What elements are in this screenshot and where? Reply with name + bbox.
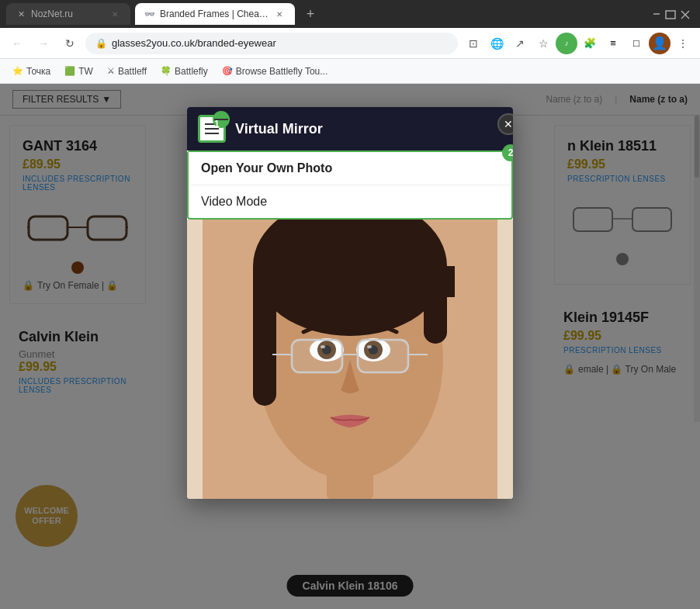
window-buttons <box>647 9 694 19</box>
step-2-number: 2 <box>508 147 513 158</box>
tab-noznet[interactable]: ✕ NozNet.ru ✕ <box>6 3 130 25</box>
lock-icon: 🔒 <box>95 38 107 49</box>
address-text: glasses2you.co.uk/branded-eyewear <box>112 37 448 49</box>
bookmark-tw[interactable]: 🟩 TW <box>60 64 98 78</box>
step-1-number: 1 <box>214 119 228 120</box>
svg-rect-26 <box>292 340 342 372</box>
bookmark-battlefly[interactable]: 🍀 Battlefly <box>156 64 213 78</box>
svg-rect-16 <box>253 266 276 406</box>
playlist-button[interactable]: ≡ <box>602 33 624 54</box>
modal-overlay: ✕ 1 <box>0 84 700 609</box>
step-1-badge: 1 <box>213 111 230 128</box>
tab-glasses[interactable]: 👓 Branded Frames | Cheap Glasses... ✕ <box>135 3 295 25</box>
open-photo-option[interactable]: Open Your Own Photo <box>189 152 511 185</box>
vm-dropdown: Open Your Own Photo 2 Video Mode <box>187 151 513 220</box>
extensions-area: ⊡ 🌐 ↗ ☆ ♪ 🧩 ≡ □ 👤 ⋮ <box>463 33 694 54</box>
battlefly-label: Battlefly <box>175 66 208 77</box>
cast-button[interactable]: ⊡ <box>463 33 484 54</box>
forward-button[interactable]: → <box>33 33 54 54</box>
title-bar: ✕ NozNet.ru ✕ 👓 Branded Frames | Cheap G… <box>0 0 700 28</box>
svg-rect-31 <box>327 468 373 499</box>
puzzle-button[interactable]: 🧩 <box>579 33 601 54</box>
translate-button[interactable]: 🌐 <box>486 33 508 54</box>
tab-noznet-label: NozNet.ru <box>31 9 104 19</box>
glasses-favicon: 👓 <box>144 9 155 19</box>
battleff-label: Battleff <box>118 66 147 77</box>
vm-header: 1 Virtual Mirror <box>187 107 513 151</box>
video-mode-label: Video Mode <box>201 195 267 208</box>
virtual-mirror-modal: ✕ 1 <box>187 107 513 499</box>
music-ext-button[interactable]: ♪ <box>556 33 577 54</box>
open-photo-label: Open Your Own Photo <box>201 161 332 175</box>
menu-button[interactable]: ⋮ <box>672 33 694 54</box>
svg-rect-1 <box>666 11 675 19</box>
noznet-favicon: ✕ <box>16 9 26 19</box>
battlefly-icon: 🍀 <box>161 66 172 76</box>
browse-icon: 🎯 <box>222 66 233 76</box>
svg-rect-27 <box>358 340 408 372</box>
bookmark-battleff[interactable]: ⚔ Battleff <box>102 64 151 78</box>
tochka-label: Точка <box>26 66 50 77</box>
vm-title: Virtual Mirror <box>235 121 323 137</box>
nav-bar: ← → ↻ 🔒 glasses2you.co.uk/branded-eyewea… <box>0 28 700 59</box>
modal-close-button[interactable]: ✕ <box>497 113 513 135</box>
browser-window: ✕ NozNet.ru ✕ 👓 Branded Frames | Cheap G… <box>0 0 700 609</box>
svg-rect-17 <box>424 266 447 344</box>
window-controls <box>647 9 694 19</box>
page-content: FILTER RESULTS ▼ Name (z to a) | Name (z… <box>0 84 700 609</box>
close-icon: ✕ <box>504 118 513 130</box>
tab-glasses-close[interactable]: ✕ <box>273 8 286 20</box>
face-svg <box>203 220 497 499</box>
battleff-icon: ⚔ <box>107 66 115 76</box>
tab-glasses-label: Branded Frames | Cheap Glasses... <box>160 9 269 19</box>
browse-label: Browse Battlefly Tou... <box>236 66 328 77</box>
profile-avatar[interactable]: 👤 <box>649 33 671 54</box>
bookmarks-bar: ⭐ Точка 🟩 TW ⚔ Battleff 🍀 Battlefly 🎯 Br… <box>0 59 700 84</box>
media-button[interactable]: □ <box>625 33 647 54</box>
reload-button[interactable]: ↻ <box>59 33 81 54</box>
bookmark-button[interactable]: ☆ <box>532 33 554 54</box>
back-button[interactable]: ← <box>6 33 28 54</box>
website: FILTER RESULTS ▼ Name (z to a) | Name (z… <box>0 84 700 609</box>
menu-btn-wrapper: 1 <box>198 115 226 143</box>
address-bar[interactable]: 🔒 glasses2you.co.uk/branded-eyewear <box>85 33 458 54</box>
vm-face-area <box>187 220 513 499</box>
bookmark-tochka[interactable]: ⭐ Точка <box>8 64 55 78</box>
step2-container: Open Your Own Photo 2 <box>189 152 511 185</box>
share-button[interactable]: ↗ <box>509 33 531 54</box>
tw-label: TW <box>78 66 93 77</box>
tochka-icon: ⭐ <box>12 66 23 76</box>
hamburger-line-3 <box>205 133 219 134</box>
bookmark-browse[interactable]: 🎯 Browse Battlefly Tou... <box>217 64 333 78</box>
vm-menu-button[interactable]: 1 <box>198 115 226 143</box>
tab-noznet-close[interactable]: ✕ <box>109 8 121 20</box>
tw-icon: 🟩 <box>64 66 75 76</box>
new-tab-button[interactable]: + <box>300 3 321 25</box>
video-mode-option[interactable]: Video Mode <box>189 185 511 218</box>
